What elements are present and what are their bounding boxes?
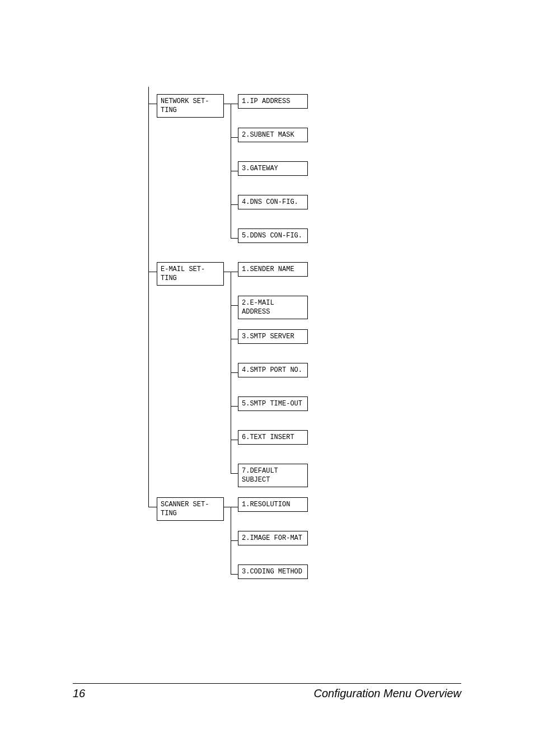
connector-line <box>148 87 149 95</box>
connector-line <box>148 507 157 507</box>
menu-label: E-MAIL SET-TING <box>161 265 205 282</box>
connector-line <box>231 238 238 239</box>
footer-rule <box>73 683 461 684</box>
connector-line <box>231 473 238 474</box>
page-footer: 16 Configuration Menu Overview <box>73 683 461 700</box>
connector-line <box>231 171 238 171</box>
menu-item-box: 7.DEFAULT SUBJECT <box>238 464 308 487</box>
connector-line <box>231 339 238 339</box>
connector-line <box>148 272 157 272</box>
page-number: 16 <box>73 687 85 700</box>
menu-item-box: 3.CODING METHOD <box>238 564 308 579</box>
connector-line <box>224 104 231 104</box>
menu-box-email: E-MAIL SET-TING <box>157 262 224 286</box>
menu-item-box: 2.IMAGE FOR-MAT <box>238 531 308 545</box>
menu-item-label: 4.SMTP PORT NO. <box>242 366 302 374</box>
connector-line <box>231 305 238 306</box>
connector-line <box>148 104 157 104</box>
menu-item-box: 1.IP ADDRESS <box>238 94 308 109</box>
menu-item-label: 4.DNS CON-FIG. <box>242 198 298 206</box>
menu-item-box: 2.E-MAIL ADDRESS <box>238 296 308 319</box>
menu-item-box: 6.TEXT INSERT <box>238 430 308 445</box>
menu-item-label: 1.RESOLUTION <box>242 501 290 508</box>
connector-line <box>148 496 149 507</box>
connector-line <box>224 272 231 272</box>
connector-line <box>148 95 149 496</box>
menu-item-box: 4.SMTP PORT NO. <box>238 363 308 377</box>
menu-box-network: NETWORK SET-TING <box>157 94 224 118</box>
menu-item-label: 7.DEFAULT SUBJECT <box>242 467 278 484</box>
menu-item-label: 1.SENDER NAME <box>242 265 294 273</box>
menu-item-label: 5.DDNS CON-FIG. <box>242 232 302 240</box>
connector-line <box>224 507 231 507</box>
connector-line <box>231 272 238 272</box>
menu-item-box: 2.SUBNET MASK <box>238 128 308 142</box>
menu-item-box: 1.SENDER NAME <box>238 262 308 277</box>
connector-line <box>231 507 238 507</box>
menu-item-label: 2.SUBNET MASK <box>242 131 294 139</box>
menu-item-label: 2.IMAGE FOR-MAT <box>242 534 302 542</box>
menu-item-label: 2.E-MAIL ADDRESS <box>242 299 274 316</box>
menu-box-scanner: SCANNER SET-TING <box>157 497 224 521</box>
connector-line <box>231 440 238 440</box>
connector-line <box>231 574 238 575</box>
menu-item-label: 3.SMTP SERVER <box>242 333 294 340</box>
menu-item-box: 1.RESOLUTION <box>238 497 308 512</box>
connector-line <box>231 137 238 138</box>
menu-item-label: 6.TEXT INSERT <box>242 433 294 441</box>
connector-line <box>231 540 238 541</box>
menu-item-label: 3.CODING METHOD <box>242 568 302 576</box>
menu-item-box: 5.SMTP TIME-OUT <box>238 396 308 411</box>
menu-item-box: 5.DDNS CON-FIG. <box>238 228 308 243</box>
menu-item-label: 1.IP ADDRESS <box>242 97 290 105</box>
menu-item-box: 4.DNS CON-FIG. <box>238 195 308 209</box>
connector-line <box>231 406 238 407</box>
footer-title: Configuration Menu Overview <box>314 687 461 700</box>
menu-item-label: 3.GATEWAY <box>242 165 278 172</box>
menu-item-label: 5.SMTP TIME-OUT <box>242 400 302 408</box>
menu-item-box: 3.SMTP SERVER <box>238 329 308 344</box>
menu-label: SCANNER SET-TING <box>161 501 209 517</box>
connector-line <box>231 104 238 104</box>
connector-line <box>231 372 238 373</box>
connector-line <box>231 204 238 205</box>
menu-item-box: 3.GATEWAY <box>238 161 308 176</box>
menu-label: NETWORK SET-TING <box>161 97 209 114</box>
